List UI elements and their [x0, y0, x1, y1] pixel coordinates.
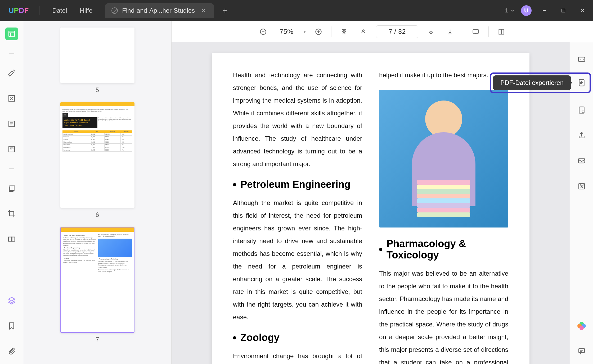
attachment-icon[interactable] — [5, 345, 18, 358]
svg-text:OCR: OCR — [579, 58, 584, 61]
highlighter-tool-icon[interactable] — [5, 67, 18, 79]
user-avatar[interactable]: U — [521, 5, 532, 16]
version-dropdown[interactable]: 1 — [505, 7, 515, 14]
zoom-out-button[interactable] — [257, 25, 269, 38]
ocr-icon[interactable]: OCR — [575, 53, 588, 66]
heading-zoology: Zoology — [233, 332, 362, 343]
tab-close-icon[interactable]: × — [199, 6, 208, 15]
presentation-button[interactable] — [469, 25, 482, 38]
heading-pharmacology: Pharmacology & Toxicology — [379, 238, 508, 261]
menu-file[interactable]: Datei — [46, 7, 73, 14]
content-area: 75% ▾ — [172, 21, 593, 364]
left-sidebar — [0, 21, 23, 364]
bookmark-icon[interactable] — [5, 320, 18, 332]
divider — [9, 53, 14, 54]
svg-rect-0 — [562, 9, 565, 12]
svg-rect-12 — [502, 29, 504, 34]
zoom-in-button[interactable] — [312, 25, 325, 38]
pages-tool-icon[interactable] — [5, 182, 18, 195]
svg-rect-22 — [579, 348, 584, 353]
titlebar: UPDF Datei Hilfe Find-and-Ap...her-Studi… — [0, 0, 593, 21]
thumbnails-tool-icon[interactable] — [5, 28, 18, 40]
comment-icon[interactable] — [575, 345, 588, 358]
paragraph: helped it make it up to the best majors. — [379, 69, 508, 81]
svg-rect-10 — [473, 29, 479, 33]
svg-rect-20 — [580, 183, 583, 185]
close-button[interactable] — [576, 4, 589, 17]
thumbnail-page-6[interactable]: An overview of the top 100 universities … — [60, 102, 134, 208]
thumbnail-label: 5 — [30, 86, 165, 94]
text-tool-icon[interactable] — [5, 117, 18, 130]
thumbnail-item[interactable]: 5 — [30, 28, 165, 94]
first-page-button[interactable] — [338, 25, 351, 38]
zoom-level: 75% — [276, 28, 297, 36]
menu-help[interactable]: Hilfe — [73, 7, 99, 14]
protect-icon[interactable] — [575, 104, 588, 116]
zoom-dropdown-icon[interactable]: ▾ — [303, 29, 306, 35]
export-tooltip-highlight: PDF-Datei exportieren — [490, 72, 591, 93]
compare-tool-icon[interactable] — [5, 233, 18, 245]
annotate-tool-icon[interactable] — [5, 92, 18, 105]
maximize-button[interactable] — [557, 4, 570, 17]
export-pdf-icon[interactable] — [575, 76, 588, 89]
svg-rect-11 — [499, 29, 501, 34]
thumbnail-label: 7 — [30, 336, 165, 343]
document-tab[interactable]: Find-and-Ap...her-Studies × — [105, 3, 214, 18]
minimize-button[interactable] — [538, 4, 551, 17]
form-tool-icon[interactable] — [5, 143, 18, 156]
page-layout-button[interactable] — [495, 25, 508, 38]
paragraph: Health and technology are connecting wit… — [233, 69, 362, 170]
save-icon[interactable] — [575, 180, 588, 193]
paragraph: Although the market is quite competitive… — [233, 197, 362, 324]
paragraph: Environment change has brought a lot of … — [233, 350, 362, 364]
thumbnail-page-5[interactable] — [60, 28, 134, 83]
thumbnail-panel: 5 An overview of the top 100 universitie… — [23, 21, 172, 364]
tooltip-text: PDF-Datei exportieren — [493, 75, 571, 90]
paragraph: This major was believed to be an alterna… — [379, 267, 508, 364]
share-icon[interactable] — [575, 129, 588, 142]
next-page-button[interactable] — [425, 25, 437, 38]
student-image — [379, 90, 508, 228]
layers-icon[interactable] — [5, 294, 18, 307]
page-input[interactable] — [376, 25, 418, 38]
thumbnail-item[interactable]: An overview of the top 100 universities … — [30, 102, 165, 219]
svg-rect-4 — [9, 146, 14, 152]
crop-tool-icon[interactable] — [5, 207, 18, 220]
document-page: Health and technology are connecting wit… — [212, 53, 529, 364]
thumbnail-label: 6 — [30, 211, 165, 219]
new-tab-button[interactable]: + — [222, 6, 227, 16]
chevron-down-icon — [510, 8, 515, 13]
svg-rect-16 — [579, 107, 584, 113]
top-toolbar: 75% ▾ — [172, 21, 593, 42]
svg-rect-18 — [578, 159, 585, 163]
svg-rect-1 — [9, 31, 14, 37]
tab-title: Find-and-Ap...her-Studies — [122, 7, 195, 14]
svg-point-21 — [581, 186, 582, 188]
mail-icon[interactable] — [575, 154, 588, 167]
svg-rect-5 — [10, 185, 14, 190]
app-logo: UPDF — [4, 6, 33, 15]
thumbnail-page-7[interactable]: • Health and Medical Preparator Health a… — [60, 227, 134, 333]
ai-assistant-icon[interactable] — [575, 320, 588, 332]
thumbnail-item[interactable]: • Health and Medical Preparator Health a… — [30, 227, 165, 343]
divider — [9, 168, 14, 169]
heading-petroleum: Petroleum Engineering — [233, 179, 362, 190]
last-page-button[interactable] — [444, 25, 456, 38]
tab-document-icon — [111, 7, 118, 14]
prev-page-button[interactable] — [357, 25, 370, 38]
divider — [39, 6, 39, 15]
